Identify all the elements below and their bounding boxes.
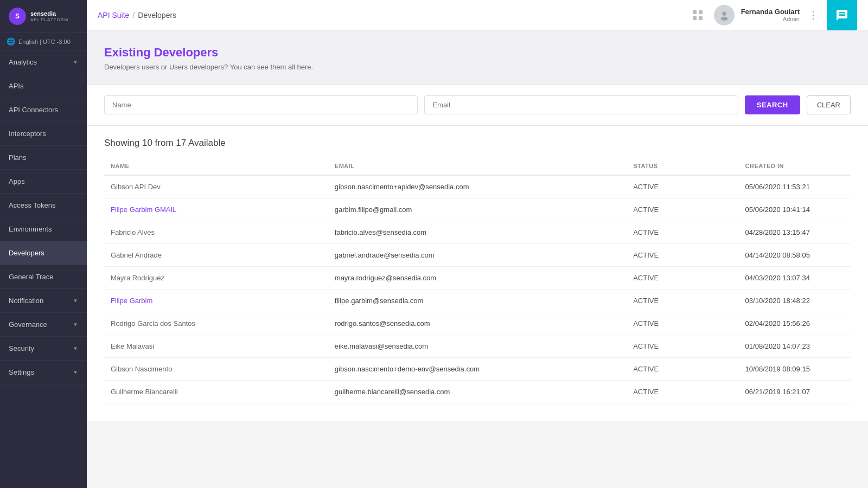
table-row[interactable]: Gibson API Devgibson.nascimento+apidev@s…: [104, 175, 851, 198]
table-row[interactable]: Rodrigo Garcia dos Santosrodrigo.santos@…: [104, 312, 851, 335]
row-created: 02/04/2020 15:56:26: [739, 312, 851, 335]
sidebar-nav: Analytics▼APIsAPI ConnectorsInterceptors…: [0, 50, 87, 384]
table-row[interactable]: Filipe Garbim GMAILgarbim.filipe@gmail.c…: [104, 198, 851, 221]
logo-name: sensedia: [30, 10, 56, 17]
row-name: Gabriel Andrade: [104, 244, 328, 267]
row-name[interactable]: Filipe Garbim: [104, 290, 328, 312]
sidebar-item-api-connectors[interactable]: API Connectors: [0, 98, 87, 122]
row-status: ACTIVE: [627, 358, 738, 381]
row-name: Guilherme Biancarelli: [104, 381, 328, 403]
sidebar-item-governance[interactable]: Governance▼: [0, 313, 87, 337]
sidebar-item-label: Security: [9, 344, 34, 352]
table-section: Showing 10 from 17 Available NAMEEMAILST…: [87, 126, 868, 421]
row-status: ACTIVE: [627, 312, 738, 335]
svg-rect-1: [699, 10, 703, 14]
user-info: Fernanda Goulart Admin: [741, 8, 800, 22]
sidebar-logo: S sensedia API PLATFORM: [0, 0, 87, 33]
table-row[interactable]: Guilherme Biancarelliguilherme.biancarel…: [104, 381, 851, 403]
row-created: 04/03/2020 13:07:34: [739, 267, 851, 290]
col-header-email: EMAIL: [328, 157, 627, 175]
row-status: ACTIVE: [627, 267, 738, 290]
sidebar-item-label: Access Tokens: [9, 201, 55, 209]
breadcrumb: API Suite / Developers: [98, 11, 176, 20]
sidebar-item-label: Apps: [9, 177, 25, 185]
sidebar-item-developers[interactable]: Developers: [0, 241, 87, 265]
locale-label: English | UTC -3:00: [18, 38, 71, 45]
row-created: 05/06/2020 11:53:21: [739, 175, 851, 198]
row-email: fabricio.alves@sensedia.com: [328, 221, 627, 244]
developers-table: NAMEEMAILSTATUSCREATED IN Gibson API Dev…: [104, 157, 851, 403]
globe-icon: 🌐: [7, 37, 15, 46]
search-name-input[interactable]: [104, 95, 418, 114]
avatar: [714, 5, 735, 25]
sidebar-item-label: Notification: [9, 297, 43, 305]
row-email: filipe.garbim@sensedia.com: [328, 290, 627, 312]
search-button[interactable]: SEARCH: [745, 95, 800, 114]
topbar-right: Fernanda Goulart Admin ⋮: [688, 0, 857, 30]
table-header-row: NAMEEMAILSTATUSCREATED IN: [104, 157, 851, 175]
row-email: gibson.nascimento+demo-env@sensedia.com: [328, 358, 627, 381]
sidebar-item-settings[interactable]: Settings▼: [0, 361, 87, 384]
table-header: NAMEEMAILSTATUSCREATED IN: [104, 157, 851, 175]
table-row[interactable]: Gibson Nascimentogibson.nascimento+demo-…: [104, 358, 851, 381]
row-name: Gibson API Dev: [104, 175, 328, 198]
user-name: Fernanda Goulart: [741, 8, 800, 16]
row-name[interactable]: Filipe Garbim GMAIL: [104, 198, 328, 221]
sidebar-item-apis[interactable]: APIs: [0, 74, 87, 98]
sidebar-item-label: Governance: [9, 320, 47, 329]
breadcrumb-parent[interactable]: API Suite: [98, 11, 129, 20]
row-email: guilherme.biancarelli@sensedia.com: [328, 381, 627, 403]
svg-rect-3: [699, 16, 703, 20]
row-email: garbim.filipe@gmail.com: [328, 198, 627, 221]
chevron-down-icon: ▼: [73, 322, 78, 328]
sidebar-item-interceptors[interactable]: Interceptors: [0, 122, 87, 146]
sidebar: S sensedia API PLATFORM 🌐 English | UTC …: [0, 0, 87, 488]
svg-point-6: [720, 16, 727, 20]
more-options-button[interactable]: ⋮: [806, 7, 820, 23]
sidebar-item-environments[interactable]: Environments: [0, 217, 87, 241]
row-status: ACTIVE: [627, 221, 738, 244]
row-email: gabriel.andrade@sensedia.com: [328, 244, 627, 267]
sidebar-item-general-trace[interactable]: General Trace: [0, 265, 87, 289]
sidebar-item-label: Analytics: [9, 58, 37, 66]
row-status: ACTIVE: [627, 175, 738, 198]
table-row[interactable]: Eike Malavasieike.malavasi@sensedia.comA…: [104, 335, 851, 358]
page-header: Existing Developers Developers users or …: [87, 30, 868, 85]
row-status: ACTIVE: [627, 290, 738, 312]
svg-point-5: [722, 11, 726, 15]
sidebar-locale: 🌐 English | UTC -3:00: [0, 33, 87, 50]
clear-button[interactable]: CLEAR: [807, 95, 851, 114]
row-name: Rodrigo Garcia dos Santos: [104, 312, 328, 335]
table-body: Gibson API Devgibson.nascimento+apidev@s…: [104, 175, 851, 403]
sidebar-item-security[interactable]: Security▼: [0, 337, 87, 361]
chevron-down-icon: ▼: [73, 298, 78, 304]
chevron-down-icon: ▼: [73, 345, 78, 351]
sidebar-item-analytics[interactable]: Analytics▼: [0, 50, 87, 74]
sidebar-item-access-tokens[interactable]: Access Tokens: [0, 194, 87, 217]
sidebar-item-label: Environments: [9, 225, 52, 233]
sidebar-item-plans[interactable]: Plans: [0, 146, 87, 170]
row-status: ACTIVE: [627, 335, 738, 358]
logo-icon: S: [9, 8, 26, 25]
table-row[interactable]: Fabricio Alvesfabricio.alves@sensedia.co…: [104, 221, 851, 244]
search-bar: SEARCH CLEAR: [87, 85, 868, 126]
row-status: ACTIVE: [627, 198, 738, 221]
search-email-input[interactable]: [424, 95, 738, 114]
user-role: Admin: [741, 16, 800, 22]
col-header-name: NAME: [104, 157, 328, 175]
chat-button[interactable]: [827, 0, 857, 30]
grid-icon[interactable]: [688, 5, 707, 25]
sidebar-item-apps[interactable]: Apps: [0, 170, 87, 194]
table-row[interactable]: Filipe Garbimfilipe.garbim@sensedia.comA…: [104, 290, 851, 312]
chevron-down-icon: ▼: [73, 59, 78, 65]
table-row[interactable]: Mayra Rodriguezmayra.rodriguez@sensedia.…: [104, 267, 851, 290]
topbar: API Suite / Developers Fernanda Goulart …: [87, 0, 868, 30]
row-email: mayra.rodriguez@sensedia.com: [328, 267, 627, 290]
table-count: Showing 10 from 17 Available: [104, 126, 851, 157]
svg-rect-2: [693, 16, 697, 20]
row-created: 04/28/2020 13:15:47: [739, 221, 851, 244]
table-row[interactable]: Gabriel Andradegabriel.andrade@sensedia.…: [104, 244, 851, 267]
row-name: Eike Malavasi: [104, 335, 328, 358]
row-created: 10/08/2019 08:09:15: [739, 358, 851, 381]
sidebar-item-notification[interactable]: Notification▼: [0, 289, 87, 313]
